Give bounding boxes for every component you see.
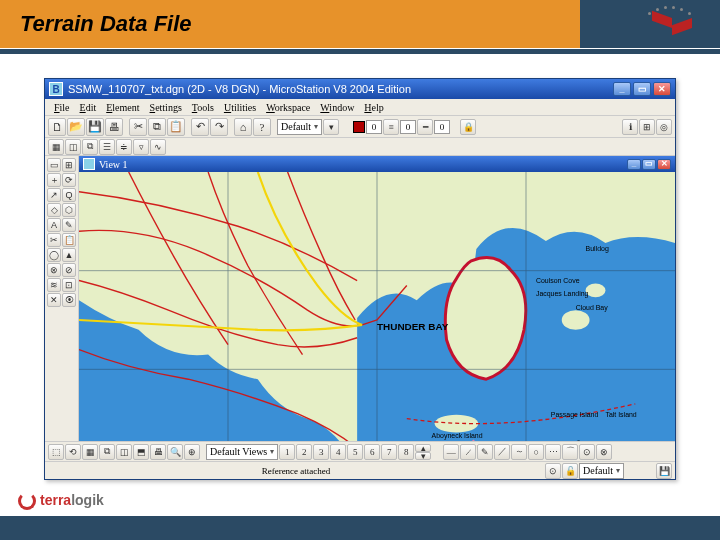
view-print-icon[interactable]: 🖶 <box>150 444 166 460</box>
default-views-select[interactable]: Default Views <box>206 444 278 460</box>
home-icon[interactable]: ⌂ <box>234 118 252 136</box>
menu-edit[interactable]: Edit <box>75 101 102 114</box>
menu-workspace[interactable]: Workspace <box>261 101 315 114</box>
view-2-button[interactable]: 2 <box>296 444 312 460</box>
view-5-button[interactable]: 5 <box>347 444 363 460</box>
modify-tool-icon[interactable]: ⊗ <box>47 263 61 277</box>
line-tool-10-icon[interactable]: ⊗ <box>596 444 612 460</box>
view-copy-icon[interactable]: ⧉ <box>99 444 115 460</box>
view-6-button[interactable]: 6 <box>364 444 380 460</box>
redo-icon[interactable]: ↷ <box>210 118 228 136</box>
view-close-button[interactable]: ✕ <box>657 159 671 170</box>
undo-icon[interactable]: ↶ <box>191 118 209 136</box>
map-canvas[interactable]: THUNDER BAY Bulldog Cloud Bay Coulson Co… <box>79 172 675 468</box>
cut-tool-icon[interactable]: ✂ <box>47 233 61 247</box>
view-4-button[interactable]: 4 <box>330 444 346 460</box>
snap-mode-icon[interactable]: ⊙ <box>545 463 561 479</box>
view-fit-icon[interactable]: ⬚ <box>48 444 64 460</box>
lock-icon[interactable]: 🔒 <box>460 119 476 135</box>
view-maximize-button[interactable]: ▭ <box>642 159 656 170</box>
view-split-icon[interactable]: ◫ <box>116 444 132 460</box>
linestyle-swatch-icon[interactable]: ≡ <box>383 119 399 135</box>
shape-tool-icon[interactable]: ◇ <box>47 203 61 217</box>
cut-icon[interactable]: ✂ <box>129 118 147 136</box>
paste-tool-icon[interactable]: 📋 <box>62 233 76 247</box>
paste-icon[interactable]: 📋 <box>167 118 185 136</box>
sort-icon[interactable]: ≑ <box>116 139 132 155</box>
line-tool-6-icon[interactable]: ○ <box>528 444 544 460</box>
maximize-button[interactable]: ▭ <box>633 82 651 96</box>
style-dropdown-icon[interactable]: ▾ <box>323 119 339 135</box>
info-icon[interactable]: ℹ <box>622 119 638 135</box>
view-7-button[interactable]: 7 <box>381 444 397 460</box>
open-icon[interactable]: 📂 <box>67 118 85 136</box>
lock-status-icon[interactable]: 🔓 <box>562 463 578 479</box>
circle-tool-icon[interactable]: ◯ <box>47 248 61 262</box>
draw-tool-icon[interactable]: ✎ <box>62 218 76 232</box>
line-tool-7-icon[interactable]: ⋯ <box>545 444 561 460</box>
polygon-tool-icon[interactable]: ⬡ <box>62 203 76 217</box>
menu-settings[interactable]: Settings <box>145 101 187 114</box>
line-tool-5-icon[interactable]: ～ <box>511 444 527 460</box>
view-down-icon[interactable]: ▾ <box>415 452 431 460</box>
hatch-tool-icon[interactable]: ≋ <box>47 278 61 292</box>
style-select[interactable]: Default <box>277 119 322 135</box>
view-grid-icon[interactable]: ▦ <box>82 444 98 460</box>
menu-window[interactable]: Window <box>315 101 359 114</box>
view-zoomin-icon[interactable]: ⊕ <box>184 444 200 460</box>
line-tool-4-icon[interactable]: ／ <box>494 444 510 460</box>
view-tile-icon[interactable]: ⬒ <box>133 444 149 460</box>
measure-tool-icon[interactable]: ⦿ <box>62 293 76 307</box>
wave-icon[interactable]: ∿ <box>150 139 166 155</box>
save-icon[interactable]: 💾 <box>86 118 104 136</box>
query-tool-icon[interactable]: Q <box>62 188 76 202</box>
grid-view-icon[interactable]: ▦ <box>48 139 64 155</box>
grid-icon[interactable]: ⊞ <box>639 119 655 135</box>
line-tool-2-icon[interactable]: ⟋ <box>460 444 476 460</box>
color-swatch[interactable] <box>353 121 365 133</box>
expand-down-icon[interactable]: ▿ <box>133 139 149 155</box>
stack-icon[interactable]: ⧉ <box>82 139 98 155</box>
view-8-button[interactable]: 8 <box>398 444 414 460</box>
menu-help[interactable]: Help <box>359 101 388 114</box>
copy-icon[interactable]: ⧉ <box>148 118 166 136</box>
minimize-button[interactable]: _ <box>613 82 631 96</box>
text-tool-icon[interactable]: A <box>47 218 61 232</box>
window-titlebar[interactable]: B SSMW_110707_txt.dgn (2D - V8 DGN) - Mi… <box>45 79 675 99</box>
lineweight-swatch-icon[interactable]: ━ <box>417 119 433 135</box>
move-tool-icon[interactable]: ↗ <box>47 188 61 202</box>
line-tool-1-icon[interactable]: — <box>443 444 459 460</box>
line-tool-3-icon[interactable]: ✎ <box>477 444 493 460</box>
view-zoom-icon[interactable]: 🔍 <box>167 444 183 460</box>
view-refresh-icon[interactable]: ⟲ <box>65 444 81 460</box>
view-titlebar[interactable]: View 1 _ ▭ ✕ <box>79 156 675 172</box>
help-icon[interactable]: ? <box>253 118 271 136</box>
new-icon[interactable]: 🗋 <box>48 118 66 136</box>
disk-icon[interactable]: 💾 <box>656 463 672 479</box>
line-tool-8-icon[interactable]: ⌒ <box>562 444 578 460</box>
workspace-select[interactable]: Default <box>579 463 624 479</box>
select-tool-icon[interactable]: ▭ <box>47 158 61 172</box>
linestyle-field[interactable] <box>400 120 416 134</box>
menu-file[interactable]: File <box>49 101 75 114</box>
view-1-button[interactable]: 1 <box>279 444 295 460</box>
menu-utilities[interactable]: Utilities <box>219 101 261 114</box>
target-icon[interactable]: ◎ <box>656 119 672 135</box>
place-tool-icon[interactable]: ＋ <box>47 173 61 187</box>
fence-tool-icon[interactable]: ⊞ <box>62 158 76 172</box>
cell-tool-icon[interactable]: ⊡ <box>62 278 76 292</box>
view-3-button[interactable]: 3 <box>313 444 329 460</box>
level-field[interactable] <box>366 120 382 134</box>
menu-tools[interactable]: Tools <box>187 101 219 114</box>
list-icon[interactable]: ☰ <box>99 139 115 155</box>
line-tool-9-icon[interactable]: ⊙ <box>579 444 595 460</box>
print-icon[interactable]: 🖶 <box>105 118 123 136</box>
view-minimize-button[interactable]: _ <box>627 159 641 170</box>
delete-tool-icon[interactable]: ✕ <box>47 293 61 307</box>
close-button[interactable]: ✕ <box>653 82 671 96</box>
menu-element[interactable]: Element <box>101 101 144 114</box>
panel-icon[interactable]: ◫ <box>65 139 81 155</box>
trim-tool-icon[interactable]: ⊘ <box>62 263 76 277</box>
rotate-tool-icon[interactable]: ⟳ <box>62 173 76 187</box>
lineweight-field[interactable] <box>434 120 450 134</box>
